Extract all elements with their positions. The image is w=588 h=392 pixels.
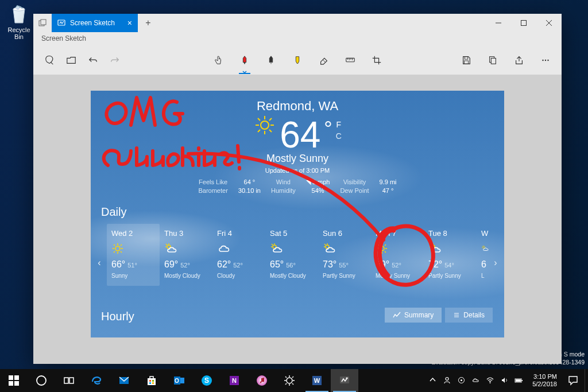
new-tab-button[interactable]: + <box>138 14 158 32</box>
svg-rect-83 <box>149 382 151 384</box>
svg-point-21 <box>547 60 548 61</box>
day-temps: 66°51° <box>111 258 155 271</box>
minimize-button[interactable] <box>486 14 511 32</box>
edge-taskbar-icon[interactable] <box>83 369 110 392</box>
svg-rect-10 <box>346 58 354 61</box>
day-temps: 62°52° <box>217 258 261 271</box>
weather-taskbar-icon[interactable] <box>276 369 303 392</box>
more-button[interactable] <box>535 50 556 71</box>
outlook-taskbar-icon[interactable]: O <box>165 369 193 392</box>
ruler-button[interactable] <box>340 50 361 71</box>
unit-c[interactable]: C <box>336 131 342 142</box>
svg-rect-72 <box>9 375 13 380</box>
battery-tray-icon[interactable] <box>514 376 523 386</box>
svg-line-37 <box>121 251 122 253</box>
app-tab-label: Screen Sketch <box>70 19 115 27</box>
tray-chevron-icon[interactable] <box>428 376 437 386</box>
svg-point-93 <box>287 378 292 383</box>
svg-line-59 <box>385 244 386 246</box>
toolbar <box>33 46 562 75</box>
app-tab[interactable]: Screen Sketch × <box>52 14 138 32</box>
current-temp: 64 <box>280 114 320 156</box>
action-center-button[interactable] <box>562 369 585 392</box>
day-name: Sat 5 <box>270 228 314 239</box>
location-text: Redmond, WA <box>91 99 504 114</box>
maximize-button[interactable] <box>511 14 536 32</box>
show-desktop-button[interactable] <box>585 369 588 392</box>
word-taskbar-icon[interactable]: W <box>303 369 331 392</box>
screen-sketch-window: Screen Sketch × + Screen Sketch <box>33 14 562 364</box>
people-icon[interactable] <box>443 376 451 386</box>
updated-text: Updated as of 3:00 PM <box>91 167 504 174</box>
svg-line-47 <box>272 244 273 245</box>
daily-card[interactable]: Fri 462°52°Cloudy <box>212 224 265 286</box>
svg-point-52 <box>380 246 384 251</box>
day-temps: 69°52° <box>376 258 419 271</box>
svg-rect-16 <box>464 61 468 64</box>
svg-rect-73 <box>14 375 19 380</box>
taskbar-clock[interactable]: 3:10 PM 5/2/2018 <box>528 373 562 387</box>
svg-rect-75 <box>14 381 19 386</box>
wifi-tray-icon[interactable] <box>486 376 494 386</box>
highlighter-button[interactable] <box>287 50 308 71</box>
svg-rect-84 <box>152 382 154 384</box>
daily-card[interactable]: Sun 673°55°Partly Sunny <box>318 224 371 286</box>
svg-line-36 <box>114 244 115 246</box>
day-desc: Mostly Cloudy <box>164 272 208 280</box>
store-taskbar-icon[interactable] <box>138 369 165 392</box>
day-name: Thu 3 <box>164 228 208 239</box>
unit-f[interactable]: F <box>336 119 342 131</box>
new-snip-button[interactable] <box>39 50 60 71</box>
svg-line-58 <box>385 251 386 253</box>
day-desc: Partly Sunny <box>428 272 472 280</box>
undo-button[interactable] <box>83 50 103 71</box>
ballpoint-pen-button[interactable] <box>234 50 255 71</box>
onenote-taskbar-icon[interactable]: N <box>220 369 248 392</box>
summary-toggle[interactable]: Summary <box>385 308 442 323</box>
canvas-area[interactable]: Redmond, WA 64° FC Mostly Sunny Updated … <box>33 75 562 364</box>
task-view-button[interactable] <box>55 369 83 392</box>
screen-sketch-taskbar-icon[interactable] <box>331 369 358 392</box>
onedrive-tray-icon[interactable] <box>471 376 480 386</box>
daily-card[interactable]: Mon 769°52°Mostly Sunny <box>371 224 424 286</box>
close-window-button[interactable] <box>536 14 562 32</box>
mail-taskbar-icon[interactable] <box>110 369 138 392</box>
daily-card[interactable]: Tue 872°54°Partly Sunny <box>424 224 477 286</box>
sets-shell-icon[interactable] <box>33 14 52 32</box>
redo-button[interactable] <box>105 50 125 71</box>
pencil-button[interactable] <box>261 50 281 71</box>
eraser-button[interactable] <box>314 50 334 71</box>
volume-tray-icon[interactable] <box>500 376 509 386</box>
crop-button[interactable] <box>366 50 387 71</box>
close-tab-icon[interactable]: × <box>127 18 132 28</box>
share-button[interactable] <box>509 50 529 71</box>
details-toggle[interactable]: Details <box>445 308 493 323</box>
daily-card-partial[interactable]: W6L <box>477 224 494 286</box>
start-button[interactable] <box>0 369 28 392</box>
svg-point-1 <box>16 6 20 10</box>
svg-rect-78 <box>69 378 74 383</box>
day-desc: Mostly Cloudy <box>270 272 314 280</box>
itunes-taskbar-icon[interactable] <box>248 369 276 392</box>
skype-taskbar-icon[interactable]: S <box>193 369 220 392</box>
daily-card[interactable]: Sat 565°56°Mostly Cloudy <box>265 224 318 286</box>
day-name: Sun 6 <box>323 228 366 239</box>
svg-point-109 <box>490 382 491 383</box>
save-button[interactable] <box>456 50 477 71</box>
daily-card[interactable]: Thu 369°52°Mostly Cloudy <box>160 224 212 286</box>
svg-line-30 <box>258 130 260 132</box>
touch-writing-button[interactable] <box>208 50 229 71</box>
recycle-bin[interactable]: Recycle Bin <box>5 2 33 40</box>
titlebar: Screen Sketch × + <box>33 14 562 32</box>
location-tray-icon[interactable] <box>457 376 466 386</box>
svg-point-108 <box>461 379 462 381</box>
open-button[interactable] <box>61 50 82 71</box>
svg-line-64 <box>430 244 431 245</box>
breadcrumb: Screen Sketch <box>33 32 562 46</box>
daily-card[interactable]: Wed 266°51°Sunny <box>107 224 160 286</box>
copy-button[interactable] <box>482 50 503 71</box>
sun-icon <box>253 114 276 137</box>
svg-point-22 <box>261 121 269 129</box>
system-tray[interactable] <box>424 376 528 386</box>
cortana-button[interactable] <box>28 369 55 392</box>
